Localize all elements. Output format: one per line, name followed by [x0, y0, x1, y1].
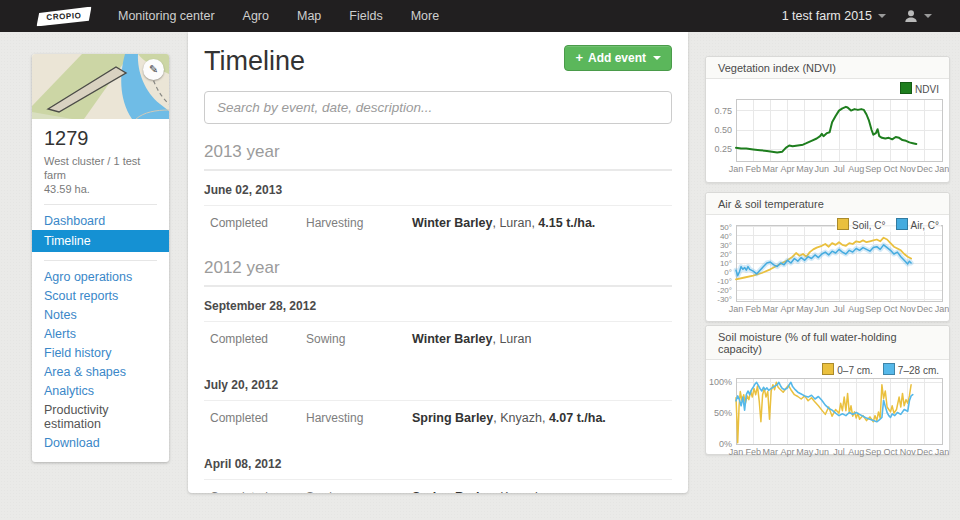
field-id: 1279 — [44, 127, 157, 150]
sidebar-item-notes[interactable]: Notes — [32, 305, 169, 324]
chart-legend: 0–7 cm.7–28 cm. — [820, 362, 941, 377]
nav-map[interactable]: Map — [283, 0, 335, 32]
legend-swatch-icon — [900, 82, 912, 94]
event-status: Completed — [204, 332, 306, 346]
legend-item: Air, C° — [896, 218, 939, 231]
svg-text:30°: 30° — [720, 241, 732, 250]
svg-text:40°: 40° — [720, 232, 732, 241]
chevron-down-icon — [653, 56, 661, 60]
nav-fields[interactable]: Fields — [335, 0, 396, 32]
user-menu[interactable] — [904, 9, 932, 23]
timeline-panel: Timeline + Add event 2013 year June 02, … — [188, 32, 688, 493]
chart-title: Vegetation index (NDVI) — [706, 57, 949, 79]
svg-text:Jul: Jul — [833, 304, 845, 314]
sidebar-item-scout-reports[interactable]: Scout reports — [32, 286, 169, 305]
sidebar-item-alerts[interactable]: Alerts — [32, 324, 169, 343]
event-row[interactable]: Completed Sowing Spring Barley, Knyazh — [204, 480, 672, 493]
legend-label: NDVI — [915, 84, 939, 95]
sidebar-item-download[interactable]: Download — [32, 433, 169, 452]
svg-text:0.50: 0.50 — [714, 125, 732, 135]
page-title: Timeline — [204, 46, 305, 77]
legend-swatch-icon — [822, 363, 834, 375]
svg-text:10°: 10° — [720, 259, 732, 268]
legend-label: Air, C° — [911, 220, 939, 231]
nav-agro[interactable]: Agro — [229, 0, 283, 32]
event-row[interactable]: Completed Harvesting Winter Barley, Lura… — [204, 206, 672, 240]
svg-text:Jan: Jan — [935, 164, 949, 174]
event-status: Completed — [204, 490, 306, 493]
add-event-button[interactable]: + Add event — [564, 45, 672, 71]
svg-text:Jan: Jan — [935, 304, 949, 314]
nav-monitoring-center[interactable]: Monitoring center — [104, 0, 229, 32]
event-description: Winter Barley, Luran, 4.15 t./ha. — [412, 216, 672, 230]
svg-text:Aug: Aug — [848, 447, 864, 457]
field-area: 43.59 ha. — [44, 182, 157, 196]
svg-text:Mar: Mar — [763, 304, 779, 314]
plus-icon: + — [575, 50, 583, 65]
event-row[interactable]: Completed Harvesting Spring Barley, Knya… — [204, 401, 672, 435]
sidebar-item-area-shapes[interactable]: Area & shapes — [32, 362, 169, 381]
legend-label: 7–28 cm. — [898, 365, 939, 376]
cropio-logo-text: CROPIO — [46, 11, 82, 22]
chevron-down-icon — [878, 14, 886, 18]
event-row[interactable]: Completed Sowing Winter Barley, Luran — [204, 322, 672, 356]
legend-item: Soil, C° — [837, 218, 885, 231]
svg-text:Jul: Jul — [833, 164, 845, 174]
event-operation: Harvesting — [306, 216, 412, 230]
svg-text:Feb: Feb — [745, 447, 761, 457]
top-navbar: CROPIO Monitoring center Agro Map Fields… — [0, 0, 960, 32]
svg-text:Jan: Jan — [935, 447, 949, 457]
svg-text:Jun: Jun — [815, 304, 830, 314]
svg-text:Jan: Jan — [729, 164, 744, 174]
svg-text:Mar: Mar — [763, 164, 779, 174]
svg-text:50%: 50% — [714, 408, 732, 418]
svg-text:May: May — [796, 164, 814, 174]
svg-text:-10°: -10° — [717, 277, 732, 286]
sidebar-item-agro-operations[interactable]: Agro operations — [32, 267, 169, 286]
svg-text:Apr: Apr — [780, 164, 794, 174]
nav-more[interactable]: More — [397, 0, 453, 32]
legend-swatch-icon — [883, 363, 895, 375]
chart-title: Air & soil temperature — [706, 193, 949, 215]
temperature-chart: Soil, C°Air, C° 50°40°30°20°10°0°-10°-20… — [706, 215, 949, 319]
search-input[interactable] — [204, 91, 672, 124]
farm-selector-label: 1 test farm 2015 — [782, 9, 872, 23]
chart-title: Soil moisture (% of full water-holding c… — [706, 326, 949, 360]
chevron-down-icon — [924, 14, 932, 18]
svg-text:Dec: Dec — [917, 304, 934, 314]
svg-text:Oct: Oct — [883, 164, 898, 174]
svg-text:Aug: Aug — [848, 164, 864, 174]
cropio-logo[interactable]: CROPIO — [36, 6, 93, 26]
svg-text:Sep: Sep — [865, 164, 881, 174]
svg-text:-20°: -20° — [717, 286, 732, 295]
svg-text:Oct: Oct — [883, 447, 898, 457]
edit-field-button[interactable]: ✎ — [143, 59, 164, 80]
svg-text:Sep: Sep — [865, 447, 881, 457]
svg-text:Aug: Aug — [848, 304, 864, 314]
legend-label: 0–7 cm. — [837, 365, 873, 376]
divider — [44, 204, 157, 205]
farm-selector[interactable]: 1 test farm 2015 — [782, 9, 886, 23]
timeline-event: September 28, 2012 Completed Sowing Wint… — [204, 287, 672, 356]
event-description: Spring Barley, Knyazh — [412, 490, 672, 493]
timeline-event: June 02, 2013 Completed Harvesting Winte… — [204, 171, 672, 240]
sidebar-item-analytics[interactable]: Analytics — [32, 381, 169, 400]
sidebar-menu: Dashboard Timeline Agro operations Scout… — [32, 211, 169, 462]
event-operation: Sowing — [306, 332, 412, 346]
sidebar-item-dashboard[interactable]: Dashboard — [32, 211, 169, 230]
soil-moisture-chart: 0–7 cm.7–28 cm. 0%50%100%JanFebMarAprMay… — [706, 360, 949, 464]
svg-text:Sep: Sep — [865, 304, 881, 314]
event-date: June 02, 2013 — [204, 171, 672, 206]
sidebar-item-field-history[interactable]: Field history — [32, 343, 169, 362]
sidebar-item-timeline[interactable]: Timeline — [32, 230, 169, 252]
svg-text:May: May — [796, 304, 814, 314]
legend-item: 0–7 cm. — [822, 363, 873, 376]
field-path: West cluster / 1 test farm — [44, 154, 157, 182]
sidebar-item-productivity-estimation[interactable]: Productivity estimation — [32, 400, 169, 433]
event-date: July 20, 2012 — [204, 366, 672, 401]
svg-text:Oct: Oct — [883, 304, 898, 314]
svg-text:Jun: Jun — [815, 164, 830, 174]
ndvi-chart-card: Vegetation index (NDVI) NDVI 0.250.500.7… — [705, 56, 950, 183]
field-map-thumbnail[interactable]: ✎ — [32, 54, 169, 119]
event-status: Completed — [204, 411, 306, 425]
